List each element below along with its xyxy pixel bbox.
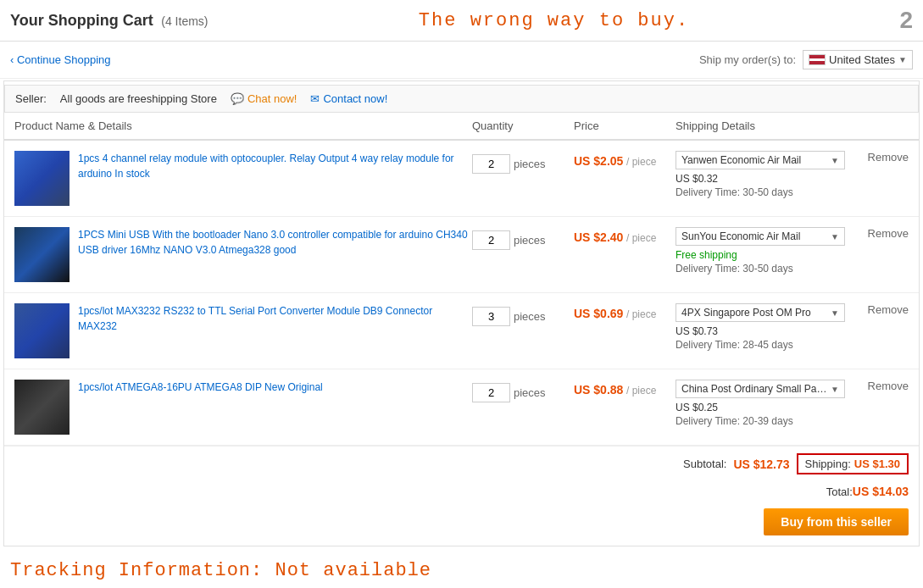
price-unit: / piece bbox=[626, 308, 656, 320]
quantity-unit: pieces bbox=[514, 310, 546, 323]
chevron-down-icon: ▼ bbox=[898, 55, 907, 64]
flag-icon bbox=[809, 54, 826, 65]
product-cell: 1pcs 4 channel relay module with optocou… bbox=[14, 151, 472, 206]
ship-label: Ship my order(s) to: bbox=[699, 53, 796, 66]
total-row: Total: US $14.03 bbox=[4, 481, 919, 505]
table-row: 1PCS Mini USB With the bootloader Nano 3… bbox=[4, 217, 919, 293]
shipping-info: China Post Ordinary Small Packet ▼ US $0… bbox=[676, 380, 854, 427]
shipping-method-select[interactable]: 4PX Singapore Post OM Pro ▼ bbox=[676, 303, 845, 322]
chevron-down-icon: ▼ bbox=[831, 156, 839, 165]
product-name[interactable]: 1pcs/lot MAX3232 RS232 to TTL Serial Por… bbox=[78, 303, 472, 334]
subtotal-label: Subtotal: bbox=[683, 458, 726, 470]
quantity-input[interactable] bbox=[472, 383, 510, 402]
mail-icon: ✉ bbox=[310, 92, 320, 105]
col-quantity: Quantity bbox=[472, 119, 574, 132]
product-cell: 1pcs/lot ATMEGA8-16PU ATMEGA8 DIP New Or… bbox=[14, 380, 472, 435]
price-value: US $0.69 bbox=[574, 307, 623, 320]
price-cell: US $0.69 / piece bbox=[574, 303, 676, 320]
col-shipping: Shipping Details bbox=[676, 119, 909, 132]
product-image bbox=[14, 380, 70, 435]
chat-button[interactable]: 💬 Chat now! bbox=[231, 92, 297, 105]
chevron-down-icon: ▼ bbox=[831, 308, 839, 318]
product-name[interactable]: 1pcs 4 channel relay module with optocou… bbox=[78, 151, 472, 181]
wrong-way-text: The wrong way to buy. bbox=[209, 10, 900, 31]
country-select[interactable]: United States ▼ bbox=[803, 50, 913, 69]
cart-title: Your Shopping Cart (4 Items) bbox=[10, 12, 209, 30]
product-image bbox=[14, 227, 70, 282]
remove-button[interactable]: Remove bbox=[859, 303, 909, 351]
quantity-unit: pieces bbox=[514, 386, 546, 399]
continue-shopping-link[interactable]: Continue Shopping bbox=[10, 53, 111, 66]
delivery-time: Delivery Time: 28-45 days bbox=[676, 339, 854, 351]
shipping-cost-value: US $0.32 bbox=[676, 173, 854, 185]
delivery-time: Delivery Time: 30-50 days bbox=[676, 186, 854, 198]
price-cell: US $2.05 / piece bbox=[574, 151, 676, 168]
seller-name: All goods are freeshipping Store bbox=[60, 92, 217, 105]
shipping-info: SunYou Economic Air Mail ▼ Free shipping… bbox=[676, 227, 854, 275]
shipping-total-amount: US $1.30 bbox=[854, 458, 900, 470]
shipping-cost-value: US $0.25 bbox=[676, 402, 854, 413]
shipping-info: Yanwen Economic Air Mail ▼ US $0.32 Deli… bbox=[676, 151, 854, 198]
country-name: United States bbox=[829, 53, 895, 66]
shipping-total-label: Shipping: bbox=[805, 458, 851, 470]
tracking-info: Tracking Information: Not available bbox=[0, 550, 923, 588]
buy-from-seller-button[interactable]: Buy from this seller bbox=[764, 508, 909, 535]
shipping-method-select[interactable]: SunYou Economic Air Mail ▼ bbox=[676, 227, 845, 246]
quantity-cell: pieces bbox=[472, 151, 574, 174]
product-name[interactable]: 1PCS Mini USB With the bootloader Nano 3… bbox=[78, 227, 472, 258]
shipping-method-select[interactable]: China Post Ordinary Small Packet ▼ bbox=[676, 380, 845, 398]
quantity-input[interactable] bbox=[472, 154, 510, 174]
product-cell: 1pcs/lot MAX3232 RS232 to TTL Serial Por… bbox=[14, 303, 472, 358]
page-header: Your Shopping Cart (4 Items) The wrong w… bbox=[0, 0, 923, 42]
col-product: Product Name & Details bbox=[14, 119, 472, 132]
nav-row: Continue Shopping Ship my order(s) to: U… bbox=[0, 42, 923, 79]
shipping-remove-cell: Yanwen Economic Air Mail ▼ US $0.32 Deli… bbox=[676, 151, 909, 198]
buy-row: Buy from this seller bbox=[4, 505, 919, 546]
remove-button[interactable]: Remove bbox=[859, 151, 909, 198]
shipping-remove-cell: SunYou Economic Air Mail ▼ Free shipping… bbox=[676, 227, 909, 275]
price-unit: / piece bbox=[626, 385, 656, 397]
contact-button[interactable]: ✉ Contact now! bbox=[310, 92, 387, 105]
shipping-method-select[interactable]: Yanwen Economic Air Mail ▼ bbox=[676, 151, 845, 169]
shipping-info: 4PX Singapore Post OM Pro ▼ US $0.73 Del… bbox=[676, 303, 854, 351]
price-cell: US $2.40 / piece bbox=[574, 227, 676, 244]
quantity-cell: pieces bbox=[472, 227, 574, 250]
shipping-method-text: 4PX Singapore Post OM Pro bbox=[681, 307, 829, 319]
totals-row: Subtotal: US $12.73 Shipping: US $1.30 bbox=[4, 446, 919, 481]
chat-icon: 💬 bbox=[231, 92, 244, 105]
delivery-time: Delivery Time: 30-50 days bbox=[676, 263, 854, 275]
cart-container: Seller: All goods are freeshipping Store… bbox=[3, 80, 920, 546]
quantity-cell: pieces bbox=[472, 303, 574, 326]
quantity-unit: pieces bbox=[514, 158, 546, 170]
table-header: Product Name & Details Quantity Price Sh… bbox=[4, 113, 919, 141]
cart-table: 1pcs 4 channel relay module with optocou… bbox=[4, 141, 919, 446]
quantity-input[interactable] bbox=[472, 230, 510, 250]
quantity-unit: pieces bbox=[514, 234, 546, 247]
price-unit: / piece bbox=[626, 232, 656, 244]
price-value: US $2.40 bbox=[574, 230, 623, 244]
total-amount: US $14.03 bbox=[853, 485, 909, 498]
table-row: 1pcs/lot ATMEGA8-16PU ATMEGA8 DIP New Or… bbox=[4, 369, 919, 446]
price-value: US $2.05 bbox=[574, 154, 623, 168]
product-image bbox=[14, 151, 70, 206]
price-unit: / piece bbox=[626, 156, 656, 168]
chevron-down-icon: ▼ bbox=[831, 232, 839, 241]
subtotal-amount: US $12.73 bbox=[733, 458, 789, 471]
product-name[interactable]: 1pcs/lot ATMEGA8-16PU ATMEGA8 DIP New Or… bbox=[78, 380, 323, 395]
page-number: 2 bbox=[899, 7, 913, 34]
seller-label: Seller: bbox=[15, 92, 47, 105]
shipping-method-text: China Post Ordinary Small Packet bbox=[681, 383, 829, 395]
price-cell: US $0.88 / piece bbox=[574, 380, 676, 397]
shipping-method-text: Yanwen Economic Air Mail bbox=[681, 154, 829, 166]
table-row: 1pcs 4 channel relay module with optocou… bbox=[4, 141, 919, 217]
col-price: Price bbox=[574, 119, 676, 132]
remove-button[interactable]: Remove bbox=[859, 227, 909, 275]
shipping-total-box: Shipping: US $1.30 bbox=[797, 453, 909, 474]
remove-button[interactable]: Remove bbox=[859, 380, 909, 427]
price-value: US $0.88 bbox=[574, 383, 623, 397]
shipping-remove-cell: China Post Ordinary Small Packet ▼ US $0… bbox=[676, 380, 909, 427]
quantity-input[interactable] bbox=[472, 307, 510, 326]
shipping-method-text: SunYou Economic Air Mail bbox=[681, 230, 829, 242]
product-cell: 1PCS Mini USB With the bootloader Nano 3… bbox=[14, 227, 472, 282]
product-image bbox=[14, 303, 70, 358]
